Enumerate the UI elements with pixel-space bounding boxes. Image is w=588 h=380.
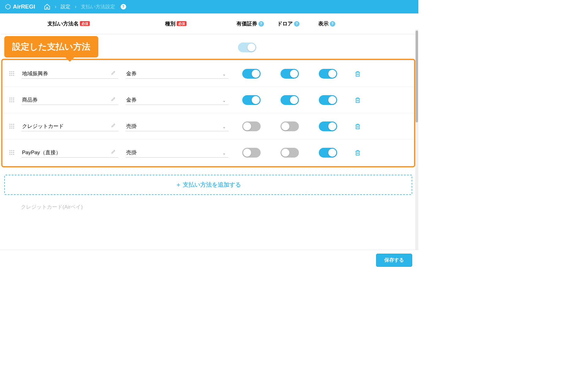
help-icon[interactable]: ? [121,4,126,9]
drawer-toggle[interactable] [281,148,299,158]
payment-type-select[interactable] [126,95,228,105]
payment-method-row: ⌄ [2,113,414,139]
pencil-icon[interactable] [111,149,116,154]
breadcrumb: › 設定 › 支払い方法設定 ? [44,3,126,10]
display-toggle[interactable] [319,69,337,79]
securities-toggle[interactable] [242,148,261,158]
securities-toggle[interactable] [242,69,261,79]
logo-text: AirREGI [13,3,35,10]
col-securities-header: 有価証券? [231,20,269,27]
payment-method-row: ⌄ [2,61,414,87]
payment-type-select[interactable] [126,147,228,158]
payment-type-select[interactable] [126,69,228,79]
col-display-header: 表示? [307,20,346,27]
securities-toggle[interactable] [242,95,261,105]
payment-type-select[interactable] [126,121,228,131]
payment-method-row: ⌄ [2,87,414,113]
faded-payment-item: クレジットカード(Airペイ) [1,198,415,216]
col-type-header: 種別必須 [121,20,231,27]
vertical-scrollbar[interactable] [415,29,418,270]
callout-row: 設定した支払い方法 [1,34,415,61]
payment-name-input[interactable] [21,69,118,79]
add-payment-method-button[interactable]: ＋ 支払い方法を追加する [4,175,412,195]
payment-name-input[interactable] [21,95,118,105]
required-badge: 必須 [80,21,90,26]
scrollbar-thumb[interactable] [416,31,418,122]
required-badge: 必須 [177,21,187,26]
pencil-icon[interactable] [111,123,116,128]
column-header-row: 支払い方法名必須 種別必須 有価証券? ドロア? 表示? [1,13,415,34]
securities-toggle[interactable] [242,121,261,131]
drag-handle-icon[interactable] [6,150,18,155]
col-drawer-header: ドロア? [269,20,307,27]
trash-icon[interactable] [354,149,361,156]
securities-toggle-disabled [238,43,256,52]
footer-bar: 保存する [0,250,418,270]
help-icon[interactable]: ? [258,21,264,27]
pencil-icon[interactable] [111,97,116,102]
chevron-right-icon: › [75,4,76,9]
col-name-header: 支払い方法名必須 [17,20,121,27]
trash-icon[interactable] [354,70,361,77]
callout-bubble: 設定した支払い方法 [4,36,98,58]
chevron-right-icon: › [55,4,56,9]
drag-handle-icon[interactable] [6,124,18,129]
payment-name-input[interactable] [21,121,118,131]
app-logo: AirREGI [5,3,35,10]
display-toggle[interactable] [319,95,337,105]
breadcrumb-settings[interactable]: 設定 [61,4,70,10]
help-icon[interactable]: ? [294,21,300,27]
trash-icon[interactable] [354,96,361,104]
drawer-toggle[interactable] [281,95,299,105]
payment-method-row: ⌄ [2,139,414,166]
payment-name-input[interactable] [21,147,118,158]
logo-icon [5,4,11,10]
home-icon[interactable] [44,3,51,10]
display-toggle[interactable] [319,148,337,158]
display-toggle[interactable] [319,121,337,131]
save-button[interactable]: 保存する [376,254,412,267]
pencil-icon[interactable] [111,70,116,75]
trash-icon[interactable] [354,123,361,130]
drag-handle-icon[interactable] [6,98,18,102]
breadcrumb-current: 支払い方法設定 [81,4,115,10]
help-icon[interactable]: ? [330,21,335,27]
drag-handle-icon[interactable] [6,71,18,76]
top-bar: AirREGI › 設定 › 支払い方法設定 ? [0,0,418,13]
payment-methods-highlight: ⌄ ⌄ [1,59,415,167]
drawer-toggle[interactable] [281,121,299,131]
drawer-toggle[interactable] [281,69,299,79]
